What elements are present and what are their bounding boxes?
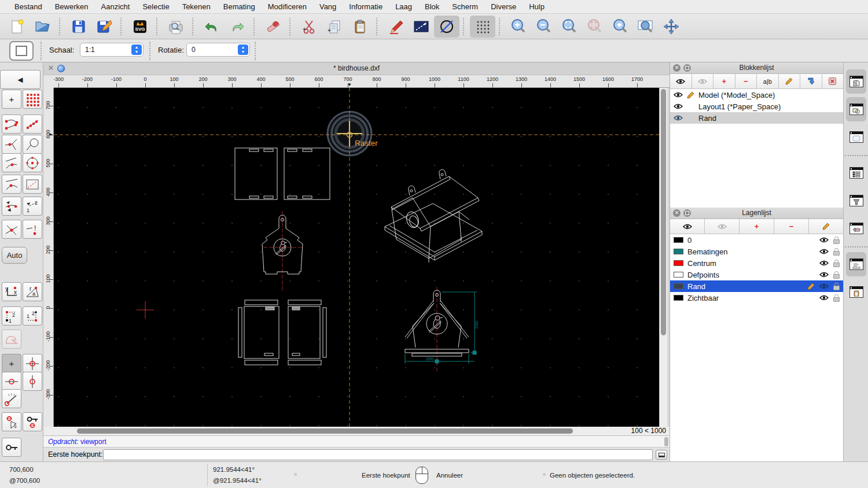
undo-button[interactable] [199, 16, 225, 38]
insert-block-button[interactable] [800, 74, 822, 88]
lock-icon[interactable] [833, 271, 840, 279]
vertical-scrollbar[interactable] [659, 88, 667, 427]
menu-bemating[interactable]: Bemating [217, 2, 262, 11]
add-layer-button[interactable]: + [740, 219, 774, 234]
stepper-icon[interactable]: ▲▼ [238, 45, 248, 55]
menu-bewerken[interactable]: Bewerken [49, 2, 95, 11]
menu-modificeren[interactable]: Modificeren [262, 2, 313, 11]
edit-layer-button[interactable] [809, 219, 843, 234]
lock-icon[interactable] [833, 248, 840, 256]
zoom-in-button[interactable] [506, 16, 531, 38]
layer-row-bematingen[interactable]: Bematingen [670, 246, 843, 257]
coordinate-polar-button[interactable]: ra [23, 282, 42, 301]
snap-distance-button[interactable]: 21 [23, 197, 42, 216]
menu-diverse[interactable]: Diverse [484, 2, 523, 11]
restrict-orthogonal-button[interactable] [23, 354, 42, 373]
snap-nearest-button[interactable] [2, 153, 21, 172]
menu-scherm[interactable]: Scherm [446, 2, 484, 11]
menu-hulp[interactable]: Hulp [523, 2, 551, 11]
rotation-combobox[interactable]: 0▲▼ [186, 43, 250, 57]
restrict-nothing-button[interactable]: + [2, 354, 21, 373]
snap-auto-mode-button[interactable]: Auto [2, 247, 27, 264]
panel-detach-button[interactable] [683, 209, 691, 217]
command-options-button[interactable] [656, 450, 667, 460]
stepper-icon[interactable]: ▲▼ [131, 45, 142, 55]
line-tool-button[interactable] [409, 16, 434, 38]
library-browser-toggle-button[interactable] [846, 125, 866, 149]
restrict-off-button[interactable] [2, 330, 21, 349]
snap-free-button[interactable]: + [2, 90, 21, 109]
selection-filter-toggle-button[interactable] [846, 188, 866, 213]
scale-combobox[interactable]: 1:1▲▼ [80, 43, 144, 57]
delete-block-button[interactable] [822, 74, 844, 88]
menu-aanzicht[interactable]: Aanzicht [95, 2, 137, 11]
zoom-auto-button[interactable] [557, 16, 582, 38]
snap-reference-button[interactable] [23, 175, 42, 194]
redo-button[interactable] [225, 16, 250, 38]
layer-row-rand[interactable]: Rand [670, 280, 843, 292]
command-input[interactable] [103, 449, 653, 460]
angle-meter-button[interactable] [2, 389, 21, 408]
history-scrollbar[interactable] [664, 437, 668, 446]
show-all-layers-button[interactable] [670, 219, 705, 234]
add-block-button[interactable]: + [713, 74, 735, 88]
layer-row-0[interactable]: 0 [670, 234, 843, 246]
menu-vang[interactable]: Vang [313, 2, 343, 11]
draw-edit-button[interactable] [383, 16, 409, 38]
block-list-toggle-button[interactable] [846, 69, 866, 94]
snap-intersection-button[interactable] [2, 220, 21, 239]
new-file-button[interactable] [5, 16, 30, 38]
svg-export-button[interactable]: SVG [127, 16, 153, 38]
clipboard-panel-toggle-button[interactable] [846, 280, 866, 304]
snap-perpendicular-button[interactable] [2, 135, 21, 154]
viewport-button[interactable] [9, 41, 34, 61]
horizontal-scrollbar[interactable]: 100 < 1000 [43, 427, 670, 435]
snap-grid-button[interactable] [23, 90, 42, 109]
restrict-vertical-button[interactable] [23, 372, 42, 391]
open-file-button[interactable] [30, 16, 56, 38]
restrict-horizontal-button[interactable] [2, 372, 21, 391]
snap-center-button[interactable] [23, 153, 42, 172]
print-preview-button[interactable] [163, 16, 189, 38]
snap-intersection-manual-button[interactable]: ! [23, 220, 42, 239]
zoom-pan-button[interactable] [659, 16, 684, 38]
remove-block-button[interactable]: − [735, 74, 757, 88]
set-relative-zero-button[interactable] [2, 412, 21, 431]
save-button[interactable] [66, 16, 91, 38]
command-line-toggle-button[interactable] [846, 252, 866, 276]
rename-block-button[interactable]: a|b [757, 74, 779, 88]
menu-tekenen[interactable]: Tekenen [176, 2, 217, 11]
cut-button[interactable]: + [296, 16, 322, 38]
vertical-scrollbar-thumb[interactable] [661, 89, 666, 335]
menu-laag[interactable]: Laag [389, 2, 418, 11]
view-toggle-button[interactable] [846, 216, 866, 241]
corner-polar-button[interactable]: 12 [23, 306, 42, 326]
coordinate-cartesian-button[interactable]: yx [2, 282, 21, 301]
property-editor-toggle-button[interactable] [846, 161, 866, 185]
panel-close-button[interactable]: ✕ [673, 209, 681, 217]
lock-icon[interactable] [833, 236, 840, 244]
layer-list-toggle-button[interactable] [846, 97, 866, 121]
paste-button[interactable] [347, 16, 373, 38]
snap-endpoints-button[interactable] [2, 114, 21, 134]
menu-informatie[interactable]: Informatie [343, 2, 389, 11]
snap-back-button[interactable]: ◄ [0, 70, 41, 89]
snap-on-entity-button[interactable] [23, 114, 42, 134]
menu-blok[interactable]: Blok [418, 2, 446, 11]
edit-block-button[interactable] [779, 74, 801, 88]
snap-auto-button[interactable] [2, 197, 21, 216]
snap-middle-button[interactable] [2, 175, 21, 194]
panel-close-button[interactable]: ✕ [673, 64, 681, 72]
grid-toggle-button[interactable] [470, 16, 495, 38]
copy-button[interactable]: + [322, 16, 347, 38]
zoom-previous-button[interactable] [608, 16, 633, 38]
tab-close-button[interactable]: ✕ [47, 64, 55, 72]
delete-button[interactable] [260, 16, 286, 38]
layer-row-zichtbaar[interactable]: Zichtbaar [670, 292, 843, 304]
show-all-blocks-button[interactable] [670, 74, 692, 88]
lock-relative-zero-button[interactable] [23, 412, 42, 431]
drawing-canvas[interactable]: 200 200 Raster [54, 88, 659, 427]
layer-row-defpoints[interactable]: Defpoints [670, 269, 843, 280]
block-row-rand[interactable]: Rand [670, 112, 843, 124]
menu-bestand[interactable]: Bestand [8, 2, 49, 11]
